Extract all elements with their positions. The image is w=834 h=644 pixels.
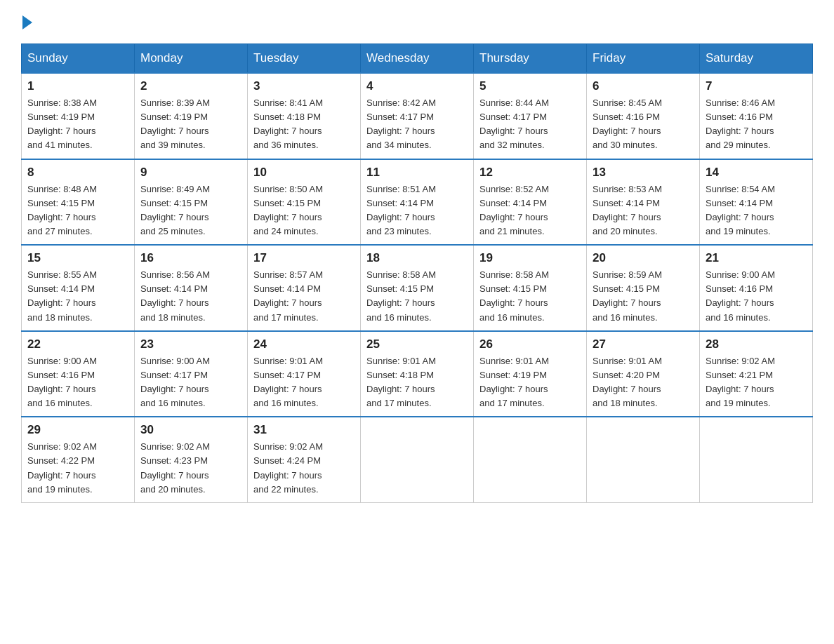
day-number: 14: [706, 166, 807, 180]
day-number: 11: [366, 166, 468, 180]
day-number: 15: [27, 251, 128, 265]
day-info: Sunrise: 8:58 AMSunset: 4:15 PMDaylight:…: [366, 268, 468, 325]
calendar-cell: [474, 417, 587, 502]
day-info: Sunrise: 8:50 AMSunset: 4:15 PMDaylight:…: [253, 182, 355, 239]
calendar-week-row: 29Sunrise: 9:02 AMSunset: 4:22 PMDayligh…: [22, 417, 813, 502]
calendar-cell: 1Sunrise: 8:38 AMSunset: 4:19 PMDaylight…: [22, 73, 135, 159]
calendar-cell: [361, 417, 474, 502]
calendar-cell: 9Sunrise: 8:49 AMSunset: 4:15 PMDaylight…: [135, 159, 248, 246]
day-info: Sunrise: 8:55 AMSunset: 4:14 PMDaylight:…: [27, 268, 128, 325]
day-number: 2: [140, 79, 241, 93]
calendar-cell: 20Sunrise: 8:59 AMSunset: 4:15 PMDayligh…: [587, 245, 700, 331]
day-number: 19: [479, 251, 581, 265]
day-info: Sunrise: 9:01 AMSunset: 4:18 PMDaylight:…: [366, 354, 468, 411]
calendar-cell: 27Sunrise: 9:01 AMSunset: 4:20 PMDayligh…: [587, 331, 700, 417]
calendar-cell: 6Sunrise: 8:45 AMSunset: 4:16 PMDaylight…: [587, 73, 700, 159]
day-info: Sunrise: 8:56 AMSunset: 4:14 PMDaylight:…: [140, 268, 241, 325]
calendar-cell: 15Sunrise: 8:55 AMSunset: 4:14 PMDayligh…: [22, 245, 135, 331]
day-info: Sunrise: 8:39 AMSunset: 4:19 PMDaylight:…: [140, 96, 241, 153]
calendar-cell: 17Sunrise: 8:57 AMSunset: 4:14 PMDayligh…: [248, 245, 361, 331]
day-number: 16: [140, 251, 241, 265]
calendar-cell: 7Sunrise: 8:46 AMSunset: 4:16 PMDaylight…: [700, 73, 813, 159]
calendar-cell: 11Sunrise: 8:51 AMSunset: 4:14 PMDayligh…: [361, 159, 474, 246]
calendar-cell: 2Sunrise: 8:39 AMSunset: 4:19 PMDaylight…: [135, 73, 248, 159]
day-info: Sunrise: 9:00 AMSunset: 4:17 PMDaylight:…: [140, 354, 241, 411]
day-info: Sunrise: 8:59 AMSunset: 4:15 PMDaylight:…: [593, 268, 694, 325]
weekday-header-friday: Friday: [587, 44, 700, 74]
page-header: [21, 14, 813, 29]
day-info: Sunrise: 8:46 AMSunset: 4:16 PMDaylight:…: [706, 96, 807, 153]
calendar-cell: 16Sunrise: 8:56 AMSunset: 4:14 PMDayligh…: [135, 245, 248, 331]
weekday-header-tuesday: Tuesday: [248, 44, 361, 74]
day-number: 21: [706, 251, 807, 265]
day-number: 23: [140, 337, 241, 351]
day-info: Sunrise: 8:41 AMSunset: 4:18 PMDaylight:…: [253, 96, 355, 153]
calendar-cell: 12Sunrise: 8:52 AMSunset: 4:14 PMDayligh…: [474, 159, 587, 246]
day-number: 8: [27, 166, 128, 180]
day-info: Sunrise: 8:48 AMSunset: 4:15 PMDaylight:…: [27, 182, 128, 239]
day-info: Sunrise: 9:02 AMSunset: 4:24 PMDaylight:…: [253, 440, 355, 497]
calendar-cell: 10Sunrise: 8:50 AMSunset: 4:15 PMDayligh…: [248, 159, 361, 246]
day-info: Sunrise: 8:54 AMSunset: 4:14 PMDaylight:…: [706, 182, 807, 239]
calendar-cell: 30Sunrise: 9:02 AMSunset: 4:23 PMDayligh…: [135, 417, 248, 502]
day-number: 18: [366, 251, 468, 265]
day-number: 22: [27, 337, 128, 351]
day-number: 25: [366, 337, 468, 351]
day-info: Sunrise: 8:45 AMSunset: 4:16 PMDaylight:…: [593, 96, 694, 153]
day-number: 6: [593, 79, 694, 93]
logo-blue-part: [21, 14, 32, 29]
day-number: 28: [706, 337, 807, 351]
day-info: Sunrise: 9:02 AMSunset: 4:22 PMDaylight:…: [27, 440, 128, 497]
calendar-cell: 3Sunrise: 8:41 AMSunset: 4:18 PMDaylight…: [248, 73, 361, 159]
logo: [21, 14, 32, 29]
calendar-cell: 23Sunrise: 9:00 AMSunset: 4:17 PMDayligh…: [135, 331, 248, 417]
day-number: 31: [253, 423, 355, 437]
calendar-cell: 14Sunrise: 8:54 AMSunset: 4:14 PMDayligh…: [700, 159, 813, 246]
calendar-cell: 13Sunrise: 8:53 AMSunset: 4:14 PMDayligh…: [587, 159, 700, 246]
day-number: 1: [27, 79, 128, 93]
day-info: Sunrise: 9:00 AMSunset: 4:16 PMDaylight:…: [27, 354, 128, 411]
calendar-cell: 18Sunrise: 8:58 AMSunset: 4:15 PMDayligh…: [361, 245, 474, 331]
day-info: Sunrise: 8:53 AMSunset: 4:14 PMDaylight:…: [593, 182, 694, 239]
day-info: Sunrise: 9:01 AMSunset: 4:19 PMDaylight:…: [479, 354, 581, 411]
calendar-week-row: 15Sunrise: 8:55 AMSunset: 4:14 PMDayligh…: [22, 245, 813, 331]
logo-arrow-icon: [22, 15, 32, 29]
day-number: 30: [140, 423, 241, 437]
day-info: Sunrise: 9:01 AMSunset: 4:20 PMDaylight:…: [593, 354, 694, 411]
calendar-cell: 26Sunrise: 9:01 AMSunset: 4:19 PMDayligh…: [474, 331, 587, 417]
day-number: 9: [140, 166, 241, 180]
calendar-cell: 24Sunrise: 9:01 AMSunset: 4:17 PMDayligh…: [248, 331, 361, 417]
calendar-cell: 28Sunrise: 9:02 AMSunset: 4:21 PMDayligh…: [700, 331, 813, 417]
day-number: 12: [479, 166, 581, 180]
day-number: 27: [593, 337, 694, 351]
day-info: Sunrise: 8:57 AMSunset: 4:14 PMDaylight:…: [253, 268, 355, 325]
day-number: 5: [479, 79, 581, 93]
day-info: Sunrise: 8:42 AMSunset: 4:17 PMDaylight:…: [366, 96, 468, 153]
day-info: Sunrise: 8:44 AMSunset: 4:17 PMDaylight:…: [479, 96, 581, 153]
calendar-cell: 8Sunrise: 8:48 AMSunset: 4:15 PMDaylight…: [22, 159, 135, 246]
day-number: 17: [253, 251, 355, 265]
day-info: Sunrise: 9:02 AMSunset: 4:21 PMDaylight:…: [706, 354, 807, 411]
day-number: 4: [366, 79, 468, 93]
calendar-cell: 31Sunrise: 9:02 AMSunset: 4:24 PMDayligh…: [248, 417, 361, 502]
day-number: 10: [253, 166, 355, 180]
day-info: Sunrise: 9:00 AMSunset: 4:16 PMDaylight:…: [706, 268, 807, 325]
calendar-table: SundayMondayTuesdayWednesdayThursdayFrid…: [21, 43, 813, 503]
calendar-cell: 5Sunrise: 8:44 AMSunset: 4:17 PMDaylight…: [474, 73, 587, 159]
calendar-week-row: 1Sunrise: 8:38 AMSunset: 4:19 PMDaylight…: [22, 73, 813, 159]
day-info: Sunrise: 9:01 AMSunset: 4:17 PMDaylight:…: [253, 354, 355, 411]
weekday-header-thursday: Thursday: [474, 44, 587, 74]
weekday-header-sunday: Sunday: [22, 44, 135, 74]
day-info: Sunrise: 8:38 AMSunset: 4:19 PMDaylight:…: [27, 96, 128, 153]
day-number: 29: [27, 423, 128, 437]
weekday-header-wednesday: Wednesday: [361, 44, 474, 74]
calendar-cell: 22Sunrise: 9:00 AMSunset: 4:16 PMDayligh…: [22, 331, 135, 417]
day-number: 20: [593, 251, 694, 265]
calendar-week-row: 22Sunrise: 9:00 AMSunset: 4:16 PMDayligh…: [22, 331, 813, 417]
calendar-cell: 19Sunrise: 8:58 AMSunset: 4:15 PMDayligh…: [474, 245, 587, 331]
weekday-header-row: SundayMondayTuesdayWednesdayThursdayFrid…: [22, 44, 813, 74]
day-info: Sunrise: 9:02 AMSunset: 4:23 PMDaylight:…: [140, 440, 241, 497]
calendar-cell: 21Sunrise: 9:00 AMSunset: 4:16 PMDayligh…: [700, 245, 813, 331]
day-number: 24: [253, 337, 355, 351]
weekday-header-saturday: Saturday: [700, 44, 813, 74]
